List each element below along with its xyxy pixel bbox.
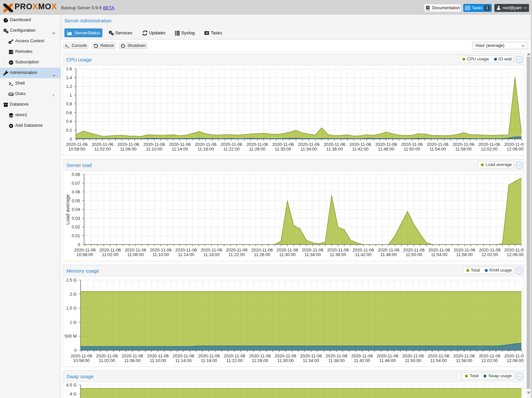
svg-text:10:58:00: 10:58:00 bbox=[77, 252, 93, 257]
svg-text:2020-11-06: 2020-11-06 bbox=[298, 142, 320, 147]
svg-text:12:02:00: 12:02:00 bbox=[481, 358, 498, 363]
svg-text:1 G: 1 G bbox=[70, 320, 77, 325]
svg-text:11:46:00: 11:46:00 bbox=[379, 358, 396, 363]
svg-text:2020-11-06: 2020-11-06 bbox=[300, 353, 322, 358]
svg-text:2020-11-06: 2020-11-06 bbox=[479, 248, 501, 252]
svg-text:11:06:00: 11:06:00 bbox=[127, 252, 144, 257]
svg-text:Load average: Load average bbox=[65, 194, 70, 225]
svg-text:2020-11-06: 2020-11-06 bbox=[403, 248, 425, 252]
svg-text:2020-11-06: 2020-11-06 bbox=[92, 142, 114, 147]
svg-text:11:10:00: 11:10:00 bbox=[153, 252, 169, 257]
svg-text:1.6: 1.6 bbox=[66, 66, 72, 71]
svg-text:2020-11-06: 2020-11-06 bbox=[401, 142, 423, 147]
svg-text:2020-11-06: 2020-11-06 bbox=[504, 353, 524, 358]
svg-text:4.5 G: 4.5 G bbox=[66, 382, 77, 387]
svg-text:2020-11-06: 2020-11-06 bbox=[249, 353, 271, 358]
svg-text:11:22:00: 11:22:00 bbox=[229, 252, 245, 257]
svg-text:2020-11-06: 2020-11-06 bbox=[504, 248, 524, 252]
svg-text:2020-11-06: 2020-11-06 bbox=[302, 248, 324, 252]
svg-text:11:42:00: 11:42:00 bbox=[354, 358, 370, 363]
svg-text:0.06: 0.06 bbox=[72, 189, 80, 194]
svg-text:2020-11-06: 2020-11-06 bbox=[272, 142, 294, 147]
svg-text:11:02:00: 11:02:00 bbox=[94, 147, 111, 151]
svg-text:0.04: 0.04 bbox=[72, 207, 80, 212]
svg-text:11:22:00: 11:22:00 bbox=[226, 358, 243, 363]
svg-text:11:34:00: 11:34:00 bbox=[303, 358, 319, 363]
svg-text:0.6: 0.6 bbox=[66, 110, 72, 115]
svg-text:2020-11-06: 2020-11-06 bbox=[428, 248, 450, 252]
svg-text:12:02:00: 12:02:00 bbox=[481, 252, 498, 257]
svg-text:2 G: 2 G bbox=[70, 292, 77, 297]
svg-text:11:42:00: 11:42:00 bbox=[355, 252, 372, 257]
svg-text:11:38:00: 11:38:00 bbox=[326, 147, 343, 151]
svg-text:12:02:00: 12:02:00 bbox=[481, 147, 498, 151]
svg-text:11:34:00: 11:34:00 bbox=[301, 147, 317, 151]
svg-text:2020-11-06: 2020-11-06 bbox=[324, 142, 345, 147]
svg-text:2020-11-06: 2020-11-06 bbox=[195, 142, 217, 147]
svg-text:0.08: 0.08 bbox=[72, 172, 80, 177]
svg-text:11:18:00: 11:18:00 bbox=[201, 358, 217, 363]
svg-text:1.5 G: 1.5 G bbox=[66, 306, 77, 311]
svg-text:2020-11-06: 2020-11-06 bbox=[275, 353, 297, 358]
svg-text:2020-11-06: 2020-11-06 bbox=[99, 248, 121, 252]
svg-text:11:18:00: 11:18:00 bbox=[197, 147, 214, 151]
svg-text:2020-11-06: 2020-11-06 bbox=[175, 248, 197, 252]
svg-text:2020-11-06: 2020-11-06 bbox=[428, 353, 449, 358]
svg-text:2020-11-06: 2020-11-06 bbox=[351, 353, 373, 358]
svg-text:2020-11-06: 2020-11-06 bbox=[327, 248, 349, 252]
svg-text:11:14:00: 11:14:00 bbox=[175, 358, 192, 363]
svg-text:2020-11-06: 2020-11-06 bbox=[96, 353, 118, 358]
svg-text:2020-11-06: 2020-11-06 bbox=[125, 248, 147, 252]
svg-text:2020-11-06: 2020-11-06 bbox=[173, 353, 195, 358]
svg-text:11:58:00: 11:58:00 bbox=[456, 252, 473, 257]
svg-text:11:50:00: 11:50:00 bbox=[406, 252, 422, 257]
svg-text:11:38:00: 11:38:00 bbox=[330, 252, 346, 257]
svg-text:0.01: 0.01 bbox=[72, 233, 80, 238]
svg-text:11:18:00: 11:18:00 bbox=[203, 252, 220, 257]
svg-text:2020-11-06: 2020-11-06 bbox=[349, 142, 371, 147]
svg-text:2020-11-06: 2020-11-06 bbox=[74, 248, 96, 252]
svg-text:2020-11-06: 2020-11-06 bbox=[198, 353, 220, 358]
svg-text:2020-11-06: 2020-11-06 bbox=[118, 142, 139, 147]
svg-text:2020-11-06: 2020-11-06 bbox=[454, 248, 476, 252]
svg-text:11:02:00: 11:02:00 bbox=[99, 358, 115, 363]
svg-text:0.05: 0.05 bbox=[72, 198, 80, 203]
svg-text:1: 1 bbox=[70, 93, 72, 98]
svg-text:0: 0 bbox=[70, 137, 72, 142]
svg-text:2020-11-06: 2020-11-06 bbox=[169, 142, 191, 147]
svg-text:2020-11-06: 2020-11-06 bbox=[147, 353, 169, 358]
svg-text:12:06:00: 12:06:00 bbox=[507, 147, 523, 151]
svg-text:11:06:00: 11:06:00 bbox=[124, 358, 141, 363]
svg-text:2020-11-06: 2020-11-06 bbox=[453, 142, 475, 147]
svg-text:12:06:00: 12:06:00 bbox=[507, 252, 523, 257]
svg-text:4 G: 4 G bbox=[70, 391, 77, 396]
svg-text:500 M: 500 M bbox=[65, 334, 77, 339]
svg-text:11:10:00: 11:10:00 bbox=[146, 147, 162, 151]
svg-text:11:54:00: 11:54:00 bbox=[430, 358, 447, 363]
svg-text:2020-11-06: 2020-11-06 bbox=[276, 248, 298, 252]
svg-text:10:58:00: 10:58:00 bbox=[73, 358, 90, 363]
svg-text:11:46:00: 11:46:00 bbox=[380, 252, 397, 257]
svg-text:2020-11-06: 2020-11-06 bbox=[221, 142, 242, 147]
svg-text:2020-11-06: 2020-11-06 bbox=[375, 142, 397, 147]
svg-text:11:38:00: 11:38:00 bbox=[328, 358, 345, 363]
svg-text:2020-11-06: 2020-11-06 bbox=[224, 353, 245, 358]
svg-text:11:14:00: 11:14:00 bbox=[172, 147, 188, 151]
svg-text:11:50:00: 11:50:00 bbox=[404, 147, 420, 151]
svg-text:11:26:00: 11:26:00 bbox=[254, 252, 270, 257]
svg-text:11:14:00: 11:14:00 bbox=[178, 252, 195, 257]
svg-text:0.2: 0.2 bbox=[66, 128, 72, 133]
svg-text:2020-11-06: 2020-11-06 bbox=[150, 248, 172, 252]
svg-text:2020-11-06: 2020-11-06 bbox=[326, 353, 347, 358]
svg-text:1.2: 1.2 bbox=[66, 84, 72, 89]
svg-text:2020-11-06: 2020-11-06 bbox=[246, 142, 268, 147]
svg-text:12:06:00: 12:06:00 bbox=[507, 358, 523, 363]
svg-text:11:34:00: 11:34:00 bbox=[304, 252, 321, 257]
svg-text:11:26:00: 11:26:00 bbox=[252, 358, 268, 363]
svg-text:11:30:00: 11:30:00 bbox=[277, 358, 294, 363]
svg-text:2020-11-06: 2020-11-06 bbox=[427, 142, 449, 147]
svg-text:11:30:00: 11:30:00 bbox=[279, 252, 296, 257]
svg-text:11:54:00: 11:54:00 bbox=[431, 252, 447, 257]
svg-text:2020-11-06: 2020-11-06 bbox=[71, 353, 92, 358]
svg-text:0: 0 bbox=[74, 348, 77, 353]
